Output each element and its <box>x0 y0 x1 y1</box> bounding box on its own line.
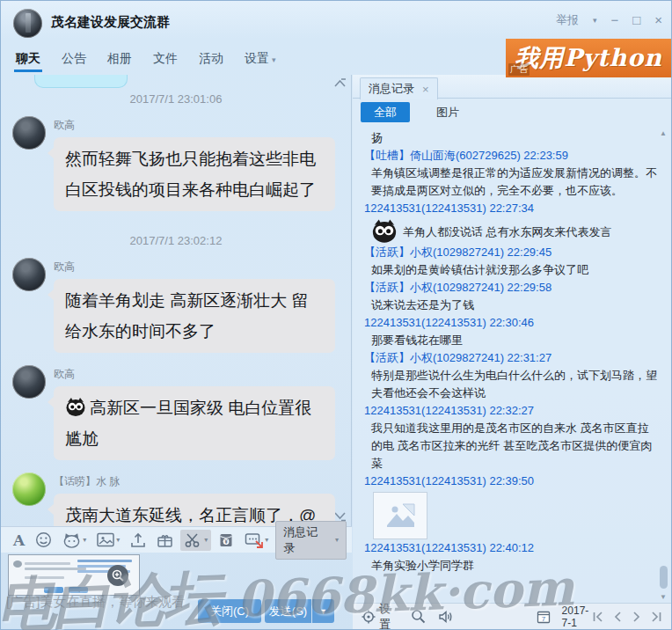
gift-icon[interactable] <box>153 530 177 551</box>
send-image-icon[interactable]: ▾ <box>93 530 123 551</box>
history-msg-body: 我只知道我这里用的是茂名市区的自来水 茂名市区直拉的电 茂名市区拉来的光纤 甚至… <box>364 420 657 472</box>
search-icon[interactable] <box>411 609 426 624</box>
main-tab-bar: 聊天 公告 相册 文件 活动 设置▾ <box>1 43 508 75</box>
maximize-button[interactable]: □ <box>632 11 640 29</box>
send-file-icon[interactable] <box>127 530 150 551</box>
message-input-area[interactable]: [广告]美女在直播，等你来观看 关闭(C) 发送(S) ▼ <box>1 553 352 630</box>
owl-emoji-icon <box>371 217 398 244</box>
tab-announcement[interactable]: 公告 <box>51 44 97 74</box>
screenshot-scissors-icon[interactable]: ▾ <box>180 530 211 551</box>
previous-message-bubble-partial <box>34 75 128 88</box>
avatar[interactable] <box>12 365 46 399</box>
history-msg-body: 特别是那些说什么生为电白什么什么的，试下划马踏，望夫看他还会不会这样说 <box>364 367 657 402</box>
chat-message: 欧高 高新区一旦国家级 电白位置很尴尬 <box>1 358 351 465</box>
history-tab-strip: 消息记录 × <box>353 75 671 99</box>
history-msg-body: 那要看钱花在哪里 <box>364 332 657 349</box>
custom-emote-icon[interactable]: ▾ <box>59 530 90 551</box>
history-msg-header: 【活跃】小权(1029827241) 22:29:58 <box>364 279 657 297</box>
avatar[interactable] <box>12 472 46 506</box>
tab-activity[interactable]: 活动 <box>188 44 234 74</box>
emoji-icon[interactable] <box>32 530 55 551</box>
group-avatar[interactable] <box>13 9 42 38</box>
footer-settings-label[interactable]: 设置 <box>379 601 396 630</box>
history-msg-header: 122413531(122413531) 22:27:34 <box>364 200 657 217</box>
history-tab-close-icon[interactable]: × <box>422 83 429 96</box>
history-msg-body: 羊角镇区域调整是很正常的为适应发展新情况的调整。不要搞成是两区对立似的，完全不必… <box>364 165 657 200</box>
history-tab[interactable]: 消息记录 × <box>360 77 438 99</box>
chat-message: 欧高 然而轻舞飞扬也只能抱着这些非电白区投钱的项目来各种电白崛起了 <box>1 109 351 216</box>
scrollbar-up-icon[interactable]: ▲ <box>660 129 667 137</box>
prev-page-icon[interactable] <box>612 611 624 623</box>
first-page-icon[interactable] <box>592 611 605 623</box>
title-bar: 茂名建设发展交流群 举报 ▾ − □ × <box>1 1 671 43</box>
svg-text:7: 7 <box>541 615 545 623</box>
history-msg-header: 【吐槽】倚山面海(602729625) 22:23:59 <box>364 147 657 165</box>
history-msg-header: 【活跃】小权(1029827241) 22:31:27 <box>364 349 657 367</box>
close-button[interactable]: × <box>654 11 662 29</box>
scrollbar-thumb[interactable] <box>660 566 668 589</box>
message-alert-icon[interactable]: ▾ <box>241 530 272 551</box>
message-history-panel: 消息记录 × 全部 图片 扬 【吐槽】倚山面海(602729625) 22:23… <box>353 75 671 629</box>
history-msg-header: 122413531(122413531) 22:39:50 <box>364 472 657 490</box>
dropdown-caret-icon: ▾ <box>116 536 120 544</box>
next-page-icon[interactable] <box>631 611 642 623</box>
calendar-icon[interactable]: 7 <box>537 610 551 624</box>
sender-name: 【话唠】水 脉 <box>54 474 335 489</box>
message-bubble: 然而轻舞飞扬也只能抱着这些非电白区投钱的项目来各种电白崛起了 <box>54 137 335 211</box>
message-bubble: 随着羊角划走 高新区逐渐壮大 留给水东的时间不多了 <box>54 279 335 353</box>
ad-banner-text: 我用Python <box>515 42 662 74</box>
input-ad-text[interactable]: [广告]美女在直播，等你来观看 <box>6 594 185 611</box>
scroll-up-icon[interactable] <box>333 77 347 89</box>
send-button[interactable]: 发送(S) <box>265 599 311 623</box>
ad-tag: 广告 <box>508 63 530 76</box>
history-msg-body: 羊角实验小学同学群 <box>364 557 657 575</box>
sender-name: 欧高 <box>54 118 335 133</box>
dropdown-caret-icon: ▾ <box>335 536 339 544</box>
history-msg-body: 如果划的是黄岭镇估计就没那么多争议了吧 <box>364 261 657 279</box>
dropdown-caret-icon: ▾ <box>265 536 268 544</box>
timestamp: 2017/7/1 23:01:06 <box>1 92 351 106</box>
zoom-in-icon[interactable] <box>107 565 128 586</box>
broken-image-placeholder[interactable] <box>373 492 427 539</box>
history-msg-body <box>364 492 657 539</box>
tab-chat[interactable]: 聊天 <box>5 44 51 74</box>
filter-images-button[interactable]: 图片 <box>436 105 459 121</box>
settings-gear-icon[interactable] <box>362 610 376 624</box>
history-date[interactable]: 2017-7-1 <box>562 604 592 629</box>
close-chat-button[interactable]: 关闭(C) <box>198 599 261 623</box>
minimize-button[interactable]: − <box>610 11 618 29</box>
dropdown-caret-icon: ▾ <box>204 536 208 544</box>
history-message-list: 扬 【吐槽】倚山面海(602729625) 22:23:59 羊角镇区域调整是很… <box>364 129 657 603</box>
message-bubble: 高新区一旦国家级 电白位置很尴尬 <box>54 386 335 460</box>
ad-banner[interactable]: 我用Python 广告 <box>506 39 671 77</box>
chat-message-list: 2017/7/1 23:01:06 欧高 然而轻舞飞扬也只能抱着这些非电白区投钱… <box>1 75 352 526</box>
timestamp: 2017/7/1 23:02:12 <box>1 234 351 247</box>
avatar[interactable] <box>12 116 46 150</box>
filter-all-button[interactable]: 全部 <box>361 102 410 122</box>
red-packet-icon[interactable]: ¥ <box>215 530 237 551</box>
scrollbar-down-icon[interactable]: ▼ <box>660 593 667 601</box>
report-dropdown-icon[interactable]: ▾ <box>593 16 597 25</box>
settings-dropdown-icon: ▾ <box>272 55 276 64</box>
tab-album[interactable]: 相册 <box>97 44 142 74</box>
sender-name: 欧高 <box>54 260 335 275</box>
history-footer-toolbar: 设置 7 2017-7-1 <box>353 603 671 629</box>
avatar[interactable] <box>12 258 46 291</box>
sender-name: 欧高 <box>54 367 335 382</box>
history-msg-header: 122413531(122413531) 22:40:12 <box>364 539 657 557</box>
pasted-screenshot-thumbnail[interactable] <box>8 554 140 596</box>
tab-settings[interactable]: 设置▾ <box>234 44 287 74</box>
history-msg-body: 羊角人都没说话 总有水东网友来代表发言 <box>364 217 657 244</box>
tab-files[interactable]: 文件 <box>142 44 188 74</box>
report-link[interactable]: 举报 <box>556 12 579 28</box>
speaker-icon[interactable] <box>438 610 455 624</box>
dropdown-caret-icon: ▾ <box>83 536 86 544</box>
send-options-caret[interactable]: ▼ <box>312 599 334 623</box>
history-msg-header: 122413531(122413531) 22:32:27 <box>364 402 657 420</box>
history-msg-header: 【活跃】小权(1029827241) 22:29:45 <box>364 244 657 261</box>
qq-group-chat-window: 茂名建设发展交流群 举报 ▾ − □ × 聊天 公告 相册 文件 活动 设置▾ … <box>0 0 672 630</box>
history-scrollbar[interactable]: ▲ ▼ <box>659 129 668 601</box>
font-style-icon[interactable]: A <box>10 530 28 551</box>
last-page-icon[interactable] <box>649 611 662 623</box>
input-toolbar: A ▾ ▾ ▾ ¥ ▾ 消息记录 ▾ <box>1 526 352 553</box>
